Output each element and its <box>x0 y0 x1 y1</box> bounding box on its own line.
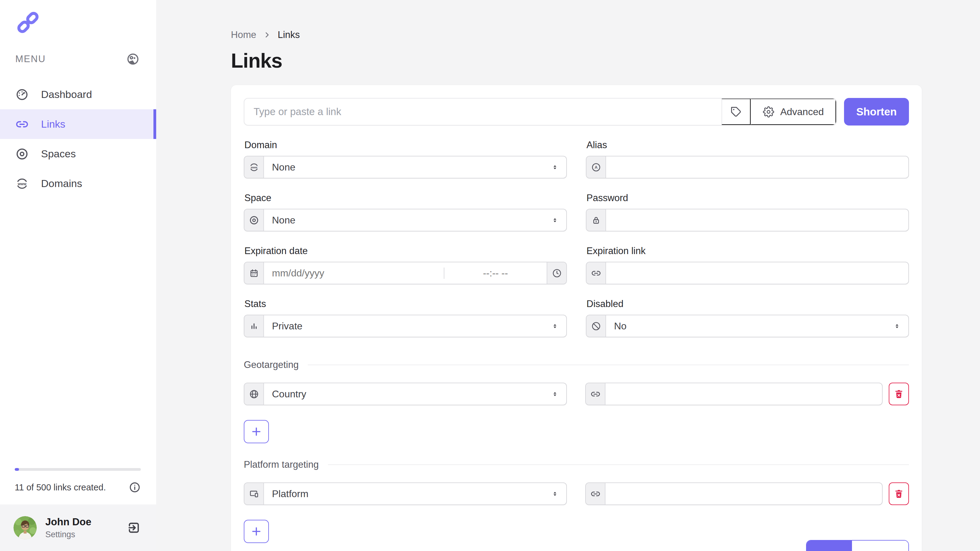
sidebar-item-label: Dashboard <box>41 89 92 100</box>
stats-select[interactable]: Private <box>244 315 567 337</box>
password-input[interactable] <box>606 214 908 226</box>
mode-toggle: Single Multiple <box>806 540 909 551</box>
user-footer[interactable]: John Doe Settings <box>0 505 156 551</box>
logout-icon <box>127 521 141 535</box>
select-chevrons-icon <box>893 322 901 330</box>
domain-select[interactable]: www None <box>244 156 567 178</box>
select-chevrons-icon <box>551 490 559 498</box>
usage-block: 11 of 500 links created. <box>0 468 156 505</box>
calendar-icon <box>244 262 264 284</box>
geotargeting-row: Country <box>244 383 909 405</box>
svg-text:www: www <box>250 166 257 169</box>
sidebar-item-dashboard[interactable]: Dashboard <box>0 79 156 109</box>
disabled-select-value: No <box>606 321 893 332</box>
platform-targeting-label: Platform targeting <box>244 459 319 470</box>
expiration-date-input[interactable] <box>264 268 444 279</box>
mode-toggle-row: Single Multiple <box>244 540 909 551</box>
devices-icon <box>244 483 264 505</box>
app-logo[interactable] <box>0 0 156 37</box>
page-title: Links <box>231 49 922 72</box>
alias-input[interactable] <box>606 162 908 173</box>
breadcrumb: Home Links <box>231 29 922 40</box>
geotargeting-label: Geotargeting <box>244 359 299 370</box>
expiration-link-input[interactable] <box>606 268 908 279</box>
platform-url-input[interactable] <box>605 488 882 500</box>
expiration-link-field <box>586 262 909 284</box>
geo-url-field <box>585 383 883 405</box>
ban-icon <box>587 315 606 337</box>
geo-url-input[interactable] <box>605 389 882 400</box>
mode-single-button[interactable]: Single <box>807 541 852 551</box>
sidebar-item-label: Spaces <box>41 148 76 160</box>
space-select[interactable]: None <box>244 209 567 232</box>
platform-url-field <box>585 483 883 505</box>
select-chevrons-icon <box>551 390 559 398</box>
links-usage-progress-fill <box>15 468 19 471</box>
platform-select-value: Platform <box>264 488 551 500</box>
advanced-button[interactable]: Advanced <box>751 98 836 125</box>
disabled-label: Disabled <box>587 299 909 310</box>
clock-icon[interactable] <box>547 262 566 284</box>
logout-button[interactable] <box>127 521 141 535</box>
space-select-value: None <box>264 214 551 226</box>
link-icon <box>15 118 29 131</box>
target-icon <box>15 147 29 161</box>
user-settings-link[interactable]: Settings <box>45 530 91 539</box>
advanced-label: Advanced <box>780 106 824 118</box>
globe-icon <box>244 383 264 405</box>
palette-icon <box>126 52 140 66</box>
alias-field: A <box>586 156 909 178</box>
mode-multiple-button[interactable]: Multiple <box>852 541 908 551</box>
password-field <box>586 209 909 232</box>
expiration-time-input[interactable] <box>444 268 547 279</box>
sidebar-item-label: Links <box>41 118 65 130</box>
geo-add-button[interactable] <box>244 420 269 443</box>
theme-palette-button[interactable] <box>126 52 140 66</box>
form-row: Expiration date <box>244 246 909 284</box>
platform-add-button[interactable] <box>244 520 269 543</box>
link-icon <box>586 483 605 505</box>
section-divider <box>308 365 909 365</box>
chevron-right-icon <box>263 31 271 39</box>
menu-label: MENU <box>15 54 46 65</box>
info-icon <box>129 481 141 494</box>
sidebar-nav: Dashboard Links Spaces www Domains <box>0 79 156 198</box>
geo-country-select-value: Country <box>264 389 551 400</box>
geo-delete-button[interactable] <box>889 383 909 405</box>
alias-a-icon: A <box>587 156 606 178</box>
expiration-link-label: Expiration link <box>587 246 909 257</box>
tag-button[interactable] <box>722 98 751 125</box>
stats-select-value: Private <box>264 321 551 332</box>
form-row: Domain www None Alias <box>244 140 909 178</box>
link-icon <box>587 262 606 284</box>
stats-label: Stats <box>244 299 567 310</box>
svg-text:A: A <box>595 165 598 170</box>
link-url-input[interactable] <box>244 98 722 125</box>
usage-info-button[interactable] <box>129 481 141 494</box>
sidebar-item-spaces[interactable]: Spaces <box>0 139 156 169</box>
avatar <box>13 516 37 539</box>
plus-icon <box>250 426 262 438</box>
domain-label: Domain <box>244 140 567 151</box>
sidebar-item-links[interactable]: Links <box>0 109 156 139</box>
shorten-button[interactable]: Shorten <box>844 98 909 125</box>
tag-icon <box>730 106 742 118</box>
user-name: John Doe <box>45 516 91 528</box>
geo-country-select[interactable]: Country <box>244 383 567 405</box>
url-input-group: Advanced <box>244 98 837 125</box>
platform-delete-button[interactable] <box>889 483 909 505</box>
chain-logo-icon <box>15 9 41 35</box>
expiration-date-label: Expiration date <box>244 246 567 257</box>
trash-icon <box>894 489 904 499</box>
domain-select-value: None <box>264 162 551 173</box>
platform-targeting-section: Platform targeting <box>244 459 909 470</box>
sidebar-item-label: Domains <box>41 178 82 189</box>
bar-chart-icon <box>244 315 264 337</box>
platform-select[interactable]: Platform <box>244 483 567 505</box>
www-globe-icon: www <box>15 177 29 191</box>
breadcrumb-home[interactable]: Home <box>231 29 256 40</box>
sidebar-item-domains[interactable]: www Domains <box>0 169 156 198</box>
link-form-card: Advanced Shorten Domain www None <box>231 85 922 551</box>
avatar-photo <box>13 516 37 539</box>
disabled-select[interactable]: No <box>586 315 909 337</box>
